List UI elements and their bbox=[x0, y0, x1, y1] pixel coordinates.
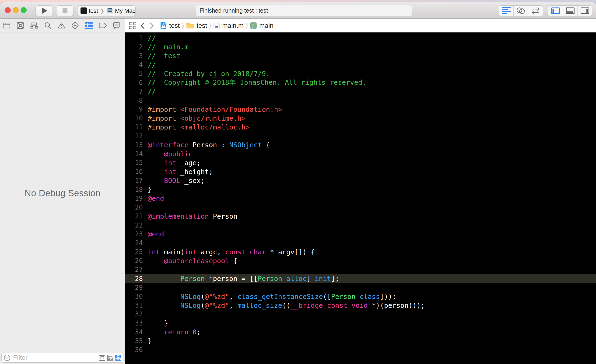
code-line-36[interactable]: 36 bbox=[125, 346, 596, 354]
line-number[interactable]: 1 bbox=[125, 34, 143, 42]
line-number[interactable]: 24 bbox=[125, 239, 143, 247]
code-line-11[interactable]: 11#import <malloc/malloc.h> bbox=[125, 123, 596, 132]
run-button[interactable] bbox=[36, 5, 53, 16]
code-line-21[interactable]: 21@implementation Person bbox=[125, 212, 596, 221]
line-number[interactable]: 30 bbox=[125, 293, 143, 300]
toggle-navigator-button[interactable] bbox=[548, 6, 563, 16]
line-number[interactable]: 6 bbox=[125, 79, 143, 87]
code-line-35[interactable]: 35} bbox=[125, 336, 596, 345]
code-line-20[interactable]: 20 bbox=[125, 203, 596, 212]
code-line-32[interactable]: 32 bbox=[125, 310, 596, 319]
code-line-18[interactable]: 18} bbox=[125, 185, 596, 194]
source-editor[interactable]: 1//2// main.m3// test4//5// Created by c… bbox=[125, 32, 596, 364]
code-line-7[interactable]: 7// bbox=[125, 87, 596, 96]
find-navigator-tab[interactable] bbox=[42, 20, 54, 30]
line-number[interactable]: 36 bbox=[125, 346, 143, 354]
report-navigator-tab[interactable] bbox=[110, 20, 123, 30]
code-line-15[interactable]: 15 int _age; bbox=[125, 158, 596, 167]
code-line-14[interactable]: 14 @public bbox=[125, 149, 596, 158]
filter-bar[interactable]: Filter bbox=[1, 353, 123, 363]
test-navigator-tab[interactable] bbox=[69, 20, 82, 30]
code-line-12[interactable]: 12 bbox=[125, 132, 596, 141]
code-line-27[interactable]: 27 bbox=[125, 265, 596, 274]
line-number[interactable]: 5 bbox=[125, 70, 143, 77]
line-number[interactable]: 10 bbox=[125, 114, 143, 122]
flat-view-button[interactable] bbox=[99, 355, 105, 361]
code-line-19[interactable]: 19@end bbox=[125, 194, 596, 203]
code-line-9[interactable]: 9#import <Foundation/Foundation.h> bbox=[125, 105, 596, 114]
code-line-6[interactable]: 6// Copyright © 2018年 JonasChen. All rig… bbox=[125, 78, 596, 87]
version-editor-button[interactable] bbox=[528, 6, 543, 16]
line-number[interactable]: 15 bbox=[125, 159, 143, 167]
line-number[interactable]: 18 bbox=[125, 186, 143, 193]
code-line-24[interactable]: 24 bbox=[125, 238, 596, 247]
code-line-26[interactable]: 26 @autoreleasepool { bbox=[125, 256, 596, 265]
code-line-34[interactable]: 34 return 0; bbox=[125, 327, 596, 336]
filter-input[interactable]: Filter bbox=[13, 354, 99, 361]
line-number[interactable]: 29 bbox=[125, 284, 143, 291]
zoom-window-button[interactable] bbox=[21, 7, 27, 13]
line-number[interactable]: 25 bbox=[125, 248, 143, 256]
line-number[interactable]: 12 bbox=[125, 132, 143, 140]
breadcrumb-symbol[interactable]: f main bbox=[250, 22, 274, 30]
code-line-5[interactable]: 5// Created by cj on 2018/7/9. bbox=[125, 69, 596, 78]
line-number[interactable]: 35 bbox=[125, 337, 143, 345]
issue-navigator-tab[interactable] bbox=[55, 20, 68, 30]
code-line-2[interactable]: 2// main.m bbox=[125, 43, 596, 51]
line-number[interactable]: 14 bbox=[125, 150, 143, 158]
line-number[interactable]: 4 bbox=[125, 61, 143, 69]
toggle-inspectors-button[interactable] bbox=[577, 6, 592, 16]
line-number[interactable]: 2 bbox=[125, 43, 143, 51]
line-number[interactable]: 22 bbox=[125, 222, 143, 229]
grouped-view-button[interactable] bbox=[107, 355, 113, 361]
debug-navigator-tab[interactable] bbox=[83, 20, 95, 30]
line-number[interactable]: 3 bbox=[125, 52, 143, 60]
line-number[interactable]: 33 bbox=[125, 319, 143, 327]
breadcrumb-group[interactable]: test bbox=[186, 22, 207, 30]
assistant-editor-button[interactable] bbox=[513, 6, 528, 16]
line-number[interactable]: 8 bbox=[125, 97, 143, 104]
code-line-22[interactable]: 22 bbox=[125, 221, 596, 230]
code-line-30[interactable]: 30 NSLog(@"%zd", class_getInstanceSize([… bbox=[125, 292, 596, 301]
breakpoint-navigator-tab[interactable] bbox=[96, 20, 109, 30]
minimize-window-button[interactable] bbox=[13, 7, 19, 13]
go-back-button[interactable] bbox=[140, 22, 145, 29]
code-line-31[interactable]: 31 NSLog(@"%zd", malloc_size((__bridge c… bbox=[125, 301, 596, 310]
code-line-28[interactable]: 28 Person *person = [[Person alloc] init… bbox=[125, 274, 596, 283]
code-line-17[interactable]: 17 BOOL _sex; bbox=[125, 176, 596, 185]
standard-editor-button[interactable] bbox=[499, 6, 513, 16]
code-line-29[interactable]: 29 bbox=[125, 283, 596, 292]
symbol-navigator-tab[interactable] bbox=[28, 20, 40, 30]
code-line-3[interactable]: 3// test bbox=[125, 51, 596, 60]
line-number[interactable]: 32 bbox=[125, 310, 143, 318]
code-line-4[interactable]: 4// bbox=[125, 60, 596, 69]
line-number[interactable]: 7 bbox=[125, 88, 143, 96]
code-line-1[interactable]: 1// bbox=[125, 34, 596, 43]
scheme-selector[interactable]: test ❯ My Mac bbox=[78, 5, 136, 16]
source-control-navigator-tab[interactable] bbox=[14, 20, 27, 30]
code-line-13[interactable]: 13@interface Person : NSObject { bbox=[125, 141, 596, 149]
go-forward-button[interactable] bbox=[149, 22, 154, 29]
line-number[interactable]: 9 bbox=[125, 105, 143, 113]
line-number[interactable]: 13 bbox=[125, 141, 143, 149]
code-line-23[interactable]: 23@end bbox=[125, 230, 596, 238]
line-number[interactable]: 19 bbox=[125, 195, 143, 202]
line-number[interactable]: 27 bbox=[125, 266, 143, 274]
stop-button[interactable] bbox=[56, 5, 74, 16]
line-number[interactable]: 20 bbox=[125, 203, 143, 211]
close-window-button[interactable] bbox=[5, 7, 11, 13]
code-line-10[interactable]: 10#import <objc/runtime.h> bbox=[125, 114, 596, 123]
breadcrumb-project[interactable]: test bbox=[160, 22, 180, 30]
line-number[interactable]: 34 bbox=[125, 328, 143, 336]
code-area[interactable]: 1//2// main.m3// test4//5// Created by c… bbox=[125, 32, 596, 354]
line-number[interactable]: 16 bbox=[125, 168, 143, 175]
line-number[interactable]: 23 bbox=[125, 230, 143, 238]
code-line-16[interactable]: 16 int _height; bbox=[125, 167, 596, 176]
code-line-33[interactable]: 33 } bbox=[125, 319, 596, 327]
line-number[interactable]: 11 bbox=[125, 123, 143, 131]
line-number[interactable]: 21 bbox=[125, 212, 143, 220]
breadcrumb-file[interactable]: m main.m bbox=[214, 22, 244, 30]
hierarchy-view-button[interactable] bbox=[115, 355, 121, 361]
line-number[interactable]: 26 bbox=[125, 257, 143, 265]
line-number[interactable]: 17 bbox=[125, 177, 143, 185]
